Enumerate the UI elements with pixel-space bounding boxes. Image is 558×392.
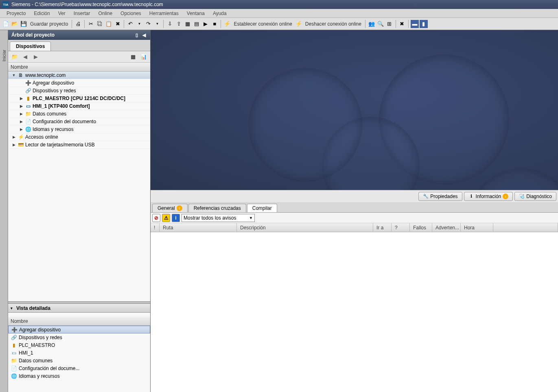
filter-select[interactable]: Mostrar todos los avisos ▼ bbox=[182, 214, 255, 222]
cut-icon[interactable]: ✂ bbox=[87, 20, 95, 28]
expand-icon[interactable]: ▶ bbox=[19, 112, 24, 116]
detail-view-header[interactable]: ▾ Vista detallada bbox=[8, 304, 150, 313]
col-hora[interactable]: Hora bbox=[461, 223, 493, 232]
search-icon[interactable]: 🔍 bbox=[376, 20, 385, 28]
node-label: Agregar dispositivo bbox=[33, 80, 74, 86]
menu-insertar[interactable]: Insertar bbox=[70, 11, 94, 16]
gear-decoration-icon bbox=[248, 68, 362, 182]
detail-row-confdoc[interactable]: 📄 Configuración del docume... bbox=[8, 364, 150, 372]
workspace-canvas bbox=[151, 30, 558, 190]
warning-filter-button[interactable]: ⚠ bbox=[162, 214, 170, 222]
menu-ventana[interactable]: Ventana bbox=[183, 11, 209, 16]
menu-herramientas[interactable]: Herramientas bbox=[145, 11, 183, 16]
info-filter-button[interactable]: i bbox=[172, 214, 180, 222]
print-icon[interactable]: 🖨 bbox=[74, 20, 82, 28]
tab-diagnostico[interactable]: 🩺 Diagnóstico bbox=[514, 192, 556, 201]
go-online-icon[interactable]: ⚡ bbox=[223, 20, 231, 28]
menu-opciones[interactable]: Opciones bbox=[116, 11, 145, 16]
detail-row-idiomas[interactable]: 🌐 Idiomas y recursos bbox=[8, 372, 150, 380]
tree-node-confdoc[interactable]: ▶ 📄 Configuración del documento bbox=[8, 118, 150, 126]
error-filter-button[interactable]: ⊘ bbox=[152, 214, 160, 222]
network-icon: 🔗 bbox=[25, 87, 31, 94]
undo-dropdown-icon[interactable]: ▼ bbox=[135, 20, 143, 28]
detail-row-plc[interactable]: ▮ PLC_MAESTRO bbox=[8, 341, 150, 349]
col-bang[interactable]: ! bbox=[151, 223, 160, 232]
open-project-icon[interactable]: 📂 bbox=[11, 20, 19, 28]
delete-icon[interactable]: ✖ bbox=[114, 20, 122, 28]
cross-ref-icon[interactable]: ⊞ bbox=[385, 20, 394, 28]
compile-icon[interactable]: ▦ bbox=[184, 20, 192, 28]
separator bbox=[72, 20, 72, 28]
expand-icon[interactable]: ▶ bbox=[11, 143, 16, 147]
col-ruta[interactable]: Ruta bbox=[160, 223, 237, 232]
tree-node-accesos[interactable]: ▶ ⚡ Accesos online bbox=[8, 133, 150, 141]
upload-icon[interactable]: ⇧ bbox=[175, 20, 183, 28]
expand-icon[interactable]: ▶ bbox=[19, 96, 24, 100]
menu-edicion[interactable]: Edición bbox=[30, 11, 54, 16]
tree-node-agregar[interactable]: ➕ Agregar dispositivo bbox=[8, 79, 150, 87]
detail-row-hmi[interactable]: ▭ HMI_1 bbox=[8, 349, 150, 357]
expand-icon[interactable]: ▼ bbox=[11, 73, 16, 77]
collapse-left-icon[interactable]: ◀ bbox=[141, 32, 147, 38]
save-project-button[interactable]: Guardar proyecto bbox=[28, 21, 70, 27]
expand-icon[interactable]: ▶ bbox=[19, 120, 24, 124]
detail-row-dispred[interactable]: 🔗 Dispositivos y redes bbox=[8, 333, 150, 341]
tree-node-datos[interactable]: ▶ 📁 Datos comunes bbox=[8, 110, 150, 118]
paste-icon[interactable]: 📋 bbox=[105, 20, 113, 28]
go-offline-icon[interactable]: ⚡ bbox=[295, 20, 303, 28]
node-label: Datos comunes bbox=[33, 111, 66, 117]
split-vertical-icon[interactable]: ▮ bbox=[420, 20, 428, 28]
download-icon[interactable]: ⇩ bbox=[166, 20, 174, 28]
menu-online[interactable]: Online bbox=[94, 11, 116, 16]
expand-icon[interactable]: ▶ bbox=[19, 104, 24, 108]
tree-node-dispred[interactable]: 🔗 Dispositivos y redes bbox=[8, 87, 150, 95]
tree-node-idiomas[interactable]: ▶ 🌐 Idiomas y recursos bbox=[8, 126, 150, 133]
split-horizontal-icon[interactable]: ▬ bbox=[411, 20, 419, 28]
tab-referencias[interactable]: Referencias cruzadas bbox=[188, 204, 246, 212]
go-offline-button[interactable]: Deshacer conexión online bbox=[304, 21, 363, 27]
tab-propiedades[interactable]: 🔧 Propiedades bbox=[418, 192, 462, 201]
tree-node-root[interactable]: ▼ 🗎 www.tecnoplc.com bbox=[8, 72, 150, 79]
hw-config-icon[interactable]: ▤ bbox=[193, 20, 201, 28]
message-columns: ! Ruta Descripción Ir a ? Fallos Adverte… bbox=[151, 223, 558, 232]
tab-general[interactable]: General i bbox=[152, 204, 188, 212]
col-adverten[interactable]: Adverten... bbox=[432, 223, 461, 232]
undo-icon[interactable]: ↶ bbox=[126, 20, 134, 28]
nav-back-icon[interactable]: ◀ bbox=[21, 53, 29, 61]
detail-row-datos[interactable]: 📁 Datos comunes bbox=[8, 357, 150, 364]
window-title: Siemens - C:\Siemens\Pruebas\www.tecnopl… bbox=[11, 2, 163, 7]
copy-icon[interactable]: ⿻ bbox=[96, 20, 104, 28]
tree-node-lector[interactable]: ▶ 💳 Lector de tarjetas/memoria USB bbox=[8, 141, 150, 149]
col-question[interactable]: ? bbox=[392, 223, 410, 232]
grid-view-icon[interactable]: ▦ bbox=[129, 53, 137, 61]
expand-icon[interactable]: ▶ bbox=[19, 127, 24, 131]
tab-informacion[interactable]: ℹ Información i bbox=[464, 192, 513, 201]
accessible-devices-icon[interactable]: 👥 bbox=[368, 20, 376, 28]
redo-icon[interactable]: ↷ bbox=[144, 20, 152, 28]
menu-proyecto[interactable]: Proyecto bbox=[2, 11, 30, 16]
new-device-icon[interactable]: 📁 bbox=[11, 53, 19, 61]
tab-compilar[interactable]: Compilar bbox=[247, 204, 277, 212]
globe-icon: 🌐 bbox=[11, 373, 17, 379]
redo-dropdown-icon[interactable]: ▼ bbox=[153, 20, 161, 28]
menu-ver[interactable]: Ver bbox=[54, 11, 70, 16]
detail-row-agregar[interactable]: ➕ Agregar dispositivo bbox=[8, 326, 150, 333]
col-fallos[interactable]: Fallos bbox=[410, 223, 432, 232]
go-online-button[interactable]: Establecer conexión online bbox=[232, 21, 293, 27]
iniciar-tab[interactable]: Iniciar bbox=[1, 46, 7, 65]
save-icon[interactable]: 💾 bbox=[20, 20, 28, 28]
col-descripcion[interactable]: Descripción bbox=[237, 223, 373, 232]
new-project-icon[interactable]: 📄 bbox=[2, 20, 10, 28]
simulation-icon[interactable]: ▶ bbox=[201, 20, 210, 28]
tree-node-hmi[interactable]: ▶ ▭ HMI_1 [KTP400 Comfort] bbox=[8, 102, 150, 110]
nav-forward-icon[interactable]: ▶ bbox=[32, 53, 40, 61]
tree-node-plc[interactable]: ▶ ▮ PLC_MAESTRO [CPU 1214C DC/DC/DC] bbox=[8, 95, 150, 102]
details-icon[interactable]: 📊 bbox=[140, 53, 148, 61]
close-icon[interactable]: ✖ bbox=[398, 20, 406, 28]
pin-icon[interactable]: ▯ bbox=[134, 32, 140, 38]
tab-dispositivos[interactable]: Dispositivos bbox=[10, 41, 51, 51]
expand-icon[interactable]: ▶ bbox=[11, 135, 16, 139]
stop-icon[interactable]: ■ bbox=[210, 20, 219, 28]
menu-ayuda[interactable]: Ayuda bbox=[209, 11, 231, 16]
col-ir-a[interactable]: Ir a bbox=[373, 223, 392, 232]
